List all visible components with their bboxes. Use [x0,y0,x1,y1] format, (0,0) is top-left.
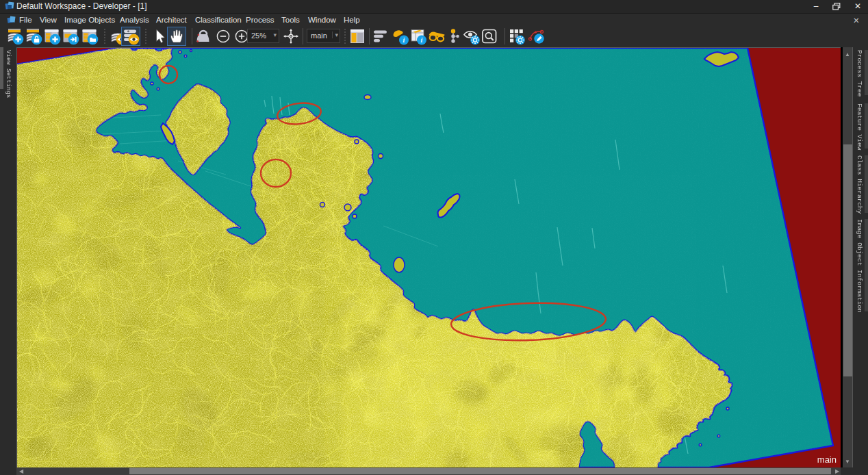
svg-text:i: i [421,36,423,44]
svg-text:main: main [817,454,837,465]
svg-text:i: i [403,36,405,44]
